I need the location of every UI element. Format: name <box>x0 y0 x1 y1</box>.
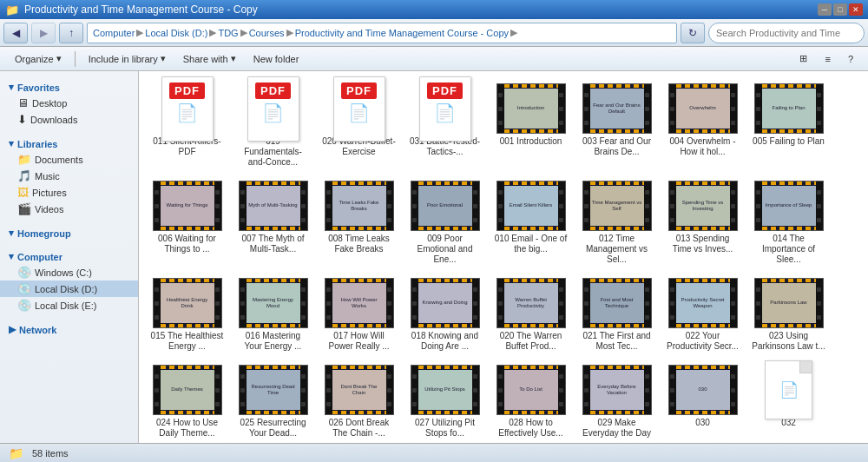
list-item[interactable]: Spending Time vs Investing 013 Spending … <box>661 175 744 269</box>
file-label: 025 Resurrecting Your Dead... <box>236 418 310 439</box>
list-item[interactable]: Importance of Sleep 014 The Importance o… <box>747 175 830 269</box>
list-item[interactable]: Utilizing Pit Stops 027 Utilizing Pit St… <box>404 360 486 443</box>
list-item[interactable]: How Will Power Works 017 How Will Power … <box>318 273 400 356</box>
sidebar-network-header[interactable]: ▶ Network <box>0 320 138 337</box>
downloads-icon: ⬇ <box>17 113 27 126</box>
file-label: 022 Your Productivity Secr... <box>666 331 740 352</box>
search-input[interactable] <box>708 23 865 43</box>
list-item[interactable]: Time Management vs Self 012 Time Managem… <box>575 175 658 269</box>
new-folder-button[interactable]: New folder <box>246 50 307 69</box>
list-item[interactable]: PDF 📄 020 Warren-Buffet-Exercise <box>318 78 400 172</box>
file-label: 006 Waiting for Things to ... <box>150 234 224 254</box>
file-label: 016 Mastering Your Energy ... <box>236 331 310 352</box>
sidebar-item-music[interactable]: 🎵 Music <box>0 168 138 184</box>
music-icon: 🎵 <box>17 169 31 182</box>
status-bar: 📁 58 items <box>0 443 868 462</box>
title-bar: 📁 Productivity and Time Management Cours… <box>0 0 868 19</box>
content-area: PDF 📄 011 Silent-Killers-PDF PDF 📄 019 F… <box>139 71 868 443</box>
sidebar-item-downloads[interactable]: ⬇ Downloads <box>0 111 138 128</box>
minimize-button[interactable]: ─ <box>818 3 832 16</box>
sidebar-libraries-header[interactable]: ▾ Libraries <box>0 135 138 151</box>
list-item[interactable]: 📄 032 <box>747 360 830 443</box>
include-library-button[interactable]: Include in library ▾ <box>81 50 174 69</box>
breadcrumb-folder[interactable]: Productivity and Time Management Course … <box>295 28 509 38</box>
list-item[interactable]: Daily Themes 024 How to Use Daily Theme.… <box>146 360 228 443</box>
breadcrumb-tdg[interactable]: TDG <box>218 28 238 38</box>
documents-icon: 📁 <box>17 153 31 166</box>
list-item[interactable]: Warren Buffet Productivity 020 The Warre… <box>490 273 572 356</box>
file-label: 009 Poor Emotional and Ene... <box>408 234 482 265</box>
sidebar-item-desktop[interactable]: 🖥 Desktop <box>0 95 138 111</box>
videos-icon: 🎬 <box>17 202 31 215</box>
sidebar-homegroup-header[interactable]: ▾ Homegroup <box>0 224 138 241</box>
list-item[interactable]: Myth of Multi-Tasking 007 The Myth of Mu… <box>232 175 314 269</box>
back-button[interactable]: ◀ <box>3 23 28 43</box>
list-item[interactable]: Email Silent Killers 010 Email - One of … <box>490 175 572 269</box>
favorites-label: Favorites <box>17 82 60 93</box>
breadcrumb-courses[interactable]: Courses <box>249 28 285 38</box>
chevron-icon-network: ▶ <box>9 324 16 335</box>
close-button[interactable]: ✕ <box>849 3 863 16</box>
chevron-down-icon: ▾ <box>9 82 14 93</box>
list-item[interactable]: Productivity Secret Weapon 022 Your Prod… <box>661 273 744 356</box>
forward-button[interactable]: ▶ <box>31 23 56 43</box>
list-item[interactable]: Overwhelm 004 Overwhelm - How it hol... <box>661 78 744 172</box>
refresh-button[interactable]: ↻ <box>681 23 705 43</box>
toolbar-separator <box>75 51 76 67</box>
file-label: 017 How Will Power Really ... <box>322 331 396 352</box>
breadcrumb-localdisk[interactable]: Local Disk (D:) <box>145 28 207 38</box>
list-item[interactable]: PDF 📄 019 Fundamentals-and-Conce... <box>232 78 314 172</box>
sidebar-computer-header[interactable]: ▾ Computer <box>0 248 138 264</box>
help-button[interactable]: ? <box>840 50 861 69</box>
sidebar-item-pictures[interactable]: 🖼 Pictures <box>0 184 138 201</box>
file-label: 028 How to Effectively Use... <box>494 418 568 439</box>
drive-c-icon: 💿 <box>17 266 31 279</box>
chevron-icon-homegroup: ▾ <box>9 228 14 239</box>
list-item[interactable]: 030 030 <box>661 360 744 443</box>
share-button[interactable]: Share with ▾ <box>175 50 244 69</box>
sidebar-item-windows-c[interactable]: 💿 Windows (C:) <box>0 264 138 280</box>
view-details-button[interactable]: ≡ <box>817 50 838 69</box>
list-item[interactable]: Fear and Our Brains Default 003 Fear and… <box>575 78 658 172</box>
file-label: 030 <box>695 418 710 428</box>
list-item[interactable]: Resurrecting Dead Time 025 Resurrecting … <box>232 360 314 443</box>
list-item[interactable]: Introduction 001 Introduction <box>490 78 572 172</box>
list-item[interactable]: PDF 📄 011 Silent-Killers-PDF <box>146 78 228 172</box>
sidebar-item-documents[interactable]: 📁 Documents <box>0 151 138 168</box>
view-options-button[interactable]: ⊞ <box>792 50 815 69</box>
file-label: 007 The Myth of Multi-Task... <box>236 234 310 254</box>
list-item[interactable]: Healthiest Energy Drink 015 The Healthie… <box>146 273 228 356</box>
list-item[interactable]: Time Leaks Fake Breaks 008 Time Leaks Fa… <box>318 175 400 269</box>
breadcrumb-computer[interactable]: Computer <box>93 28 135 38</box>
list-item[interactable]: Waiting for Things 006 Waiting for Thing… <box>146 175 228 269</box>
pictures-icon: 🖼 <box>17 186 29 199</box>
item-count: 58 items <box>32 448 69 459</box>
main-layout: ▾ Favorites 🖥 Desktop ⬇ Downloads ▾ Libr… <box>0 71 868 443</box>
list-item[interactable]: To Do List 028 How to Effectively Use... <box>490 360 572 443</box>
list-item[interactable]: PDF 📄 031 Battle-Tested-Tactics-... <box>404 78 486 172</box>
list-item[interactable]: First and Most Technique 021 The First a… <box>575 273 658 356</box>
sidebar-favorites-header[interactable]: ▾ Favorites <box>0 78 138 95</box>
list-item[interactable]: Dont Break The Chain 026 Dont Break The … <box>318 360 400 443</box>
list-item[interactable]: Everyday Before Vacation 029 Make Everyd… <box>575 360 658 443</box>
list-item[interactable]: Mastering Energy Mood 016 Mastering Your… <box>232 273 314 356</box>
file-label: 021 The First and Most Tec... <box>580 331 654 352</box>
sidebar-item-local-disk-d[interactable]: 💿 Local Disk (D:) <box>0 280 138 297</box>
maximize-button[interactable]: □ <box>833 3 847 16</box>
file-label: 004 Overwhelm - How it hol... <box>666 136 740 157</box>
window-controls: ─ □ ✕ <box>818 3 863 16</box>
file-label: 003 Fear and Our Brains De... <box>580 136 654 157</box>
list-item[interactable]: Parkinsons Law 023 Using Parkinsons Law … <box>747 273 830 356</box>
drive-d-icon: 💿 <box>17 282 31 295</box>
list-item[interactable]: Poor Emotional 009 Poor Emotional and En… <box>404 175 486 269</box>
up-button[interactable]: ↑ <box>59 23 83 43</box>
sidebar: ▾ Favorites 🖥 Desktop ⬇ Downloads ▾ Libr… <box>0 71 139 443</box>
sidebar-item-local-disk-e[interactable]: 💿 Local Disk (E:) <box>0 297 138 314</box>
list-item[interactable]: Failing to Plan 005 Failing to Plan <box>747 78 830 172</box>
breadcrumb[interactable]: Computer ▶ Local Disk (D:) ▶ TDG ▶ Cours… <box>87 23 677 43</box>
file-label: 005 Failing to Plan <box>753 136 825 147</box>
list-item[interactable]: Knowing and Doing 018 Knowing and Doing … <box>404 273 486 356</box>
file-grid: PDF 📄 011 Silent-Killers-PDF PDF 📄 019 F… <box>146 78 861 443</box>
organize-button[interactable]: Organize ▾ <box>7 50 69 69</box>
sidebar-item-videos[interactable]: 🎬 Videos <box>0 201 138 217</box>
